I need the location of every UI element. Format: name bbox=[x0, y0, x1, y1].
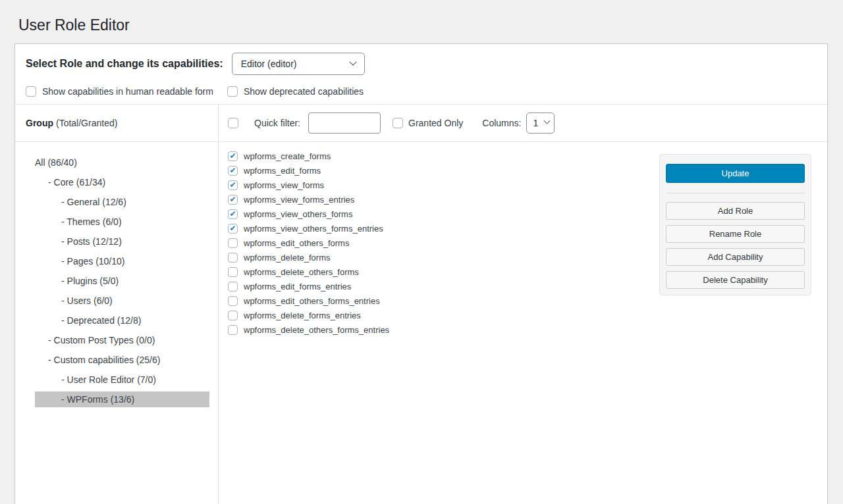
group-header-title: Group bbox=[26, 118, 53, 128]
capability-row: wpforms_delete_forms_entries bbox=[228, 311, 827, 320]
group-tree-item[interactable]: - Users (6/0) bbox=[35, 293, 209, 309]
main-row: All (86/40)- Core (61/34)- General (12/6… bbox=[15, 141, 827, 504]
role-select-value: Editor (editor) bbox=[241, 59, 297, 69]
group-tree-item[interactable]: - Plugins (5/0) bbox=[35, 273, 209, 289]
capability-name: wpforms_edit_others_forms_entries bbox=[244, 296, 380, 306]
group-tree-item[interactable]: - Custom Post Types (0/0) bbox=[35, 332, 209, 348]
capability-checkbox[interactable] bbox=[228, 209, 238, 219]
capability-name: wpforms_create_forms bbox=[244, 151, 331, 161]
capability-name: wpforms_edit_forms bbox=[244, 166, 321, 176]
granted-only-label: Granted Only bbox=[408, 118, 463, 128]
chevron-down-icon bbox=[544, 118, 551, 124]
show-deprecated-checkbox[interactable] bbox=[227, 86, 238, 97]
capability-checkbox[interactable] bbox=[228, 282, 238, 291]
capability-checkbox[interactable] bbox=[228, 238, 238, 248]
capability-name: wpforms_delete_forms_entries bbox=[244, 311, 361, 320]
update-button[interactable]: Update bbox=[666, 164, 805, 183]
user-role-editor-panel: Select Role and change its capabilities:… bbox=[14, 43, 828, 504]
group-header-note: (Total/Granted) bbox=[56, 118, 117, 128]
capability-name: wpforms_view_forms bbox=[244, 180, 324, 190]
role-section: Select Role and change its capabilities:… bbox=[15, 44, 827, 104]
capability-row: wpforms_delete_others_forms_entries bbox=[228, 325, 827, 335]
role-select[interactable]: Editor (editor) bbox=[232, 53, 365, 75]
columns-select[interactable]: 1 bbox=[526, 113, 555, 134]
capability-checkbox[interactable] bbox=[228, 195, 238, 205]
select-role-label: Select Role and change its capabilities: bbox=[26, 58, 223, 70]
capability-checkbox[interactable] bbox=[228, 224, 238, 234]
capability-checkbox[interactable] bbox=[228, 166, 238, 176]
capability-name: wpforms_delete_forms bbox=[244, 253, 331, 263]
capability-name: wpforms_edit_others_forms bbox=[244, 238, 349, 248]
capability-name: wpforms_view_others_forms_entries bbox=[244, 224, 383, 234]
capability-checkbox[interactable] bbox=[228, 325, 238, 335]
capability-row: wpforms_edit_others_forms_entries bbox=[228, 296, 827, 306]
page-title: User Role Editor bbox=[0, 0, 843, 43]
granted-only-checkbox[interactable] bbox=[393, 118, 403, 128]
chevron-down-icon bbox=[349, 58, 356, 65]
header-row: Group (Total/Granted) Quick filter: Gran… bbox=[15, 104, 827, 141]
group-tree-item[interactable]: - User Role Editor (7/0) bbox=[35, 372, 209, 388]
actions-panel: Update Add Role Rename Role Add Capabili… bbox=[659, 154, 811, 295]
human-readable-label: Show capabilities in human readable form bbox=[42, 86, 213, 97]
panel-divider bbox=[666, 193, 805, 193]
groups-tree: All (86/40)- Core (61/34)- General (12/6… bbox=[15, 142, 219, 504]
group-tree-item[interactable]: - Deprecated (12/8) bbox=[35, 313, 209, 328]
add-capability-button[interactable]: Add Capability bbox=[666, 248, 805, 266]
capability-checkbox[interactable] bbox=[228, 253, 238, 263]
capability-name: wpforms_view_others_forms bbox=[244, 209, 352, 219]
group-tree-item[interactable]: - Custom capabilities (25/6) bbox=[35, 352, 209, 368]
capability-name: wpforms_view_forms_entries bbox=[244, 195, 354, 205]
select-all-checkbox[interactable] bbox=[228, 118, 238, 128]
group-tree-item[interactable]: - Core (61/34) bbox=[35, 174, 209, 190]
group-tree-item[interactable]: All (86/40) bbox=[35, 155, 209, 170]
group-tree-item[interactable]: - Themes (6/0) bbox=[35, 214, 209, 230]
quick-filter-input[interactable] bbox=[308, 113, 381, 134]
columns-select-value: 1 bbox=[533, 118, 538, 128]
capability-checkbox[interactable] bbox=[228, 180, 238, 190]
human-readable-checkbox[interactable] bbox=[26, 86, 36, 97]
capability-checkbox[interactable] bbox=[228, 267, 238, 277]
delete-capability-button[interactable]: Delete Capability bbox=[666, 271, 805, 289]
group-column-header: Group (Total/Granted) bbox=[15, 105, 219, 141]
group-tree-item[interactable]: - Posts (12/12) bbox=[35, 234, 209, 249]
group-tree-item[interactable]: - General (12/6) bbox=[35, 194, 209, 210]
show-deprecated-label: Show deprecated capabilities bbox=[244, 86, 364, 97]
capability-name: wpforms_delete_others_forms_entries bbox=[244, 325, 389, 335]
capability-checkbox[interactable] bbox=[228, 296, 238, 306]
capability-name: wpforms_edit_forms_entries bbox=[244, 282, 351, 291]
quick-filter-label: Quick filter: bbox=[254, 118, 300, 128]
filter-bar: Quick filter: Granted Only Columns: 1 bbox=[219, 105, 827, 141]
capability-checkbox[interactable] bbox=[228, 151, 238, 161]
capability-name: wpforms_delete_others_forms bbox=[244, 267, 359, 277]
group-tree-item[interactable]: - Pages (10/10) bbox=[35, 253, 209, 269]
add-role-button[interactable]: Add Role bbox=[666, 202, 805, 220]
columns-label: Columns: bbox=[482, 118, 521, 128]
rename-role-button[interactable]: Rename Role bbox=[666, 225, 805, 243]
group-tree-item[interactable]: - WPForms (13/6) bbox=[35, 391, 209, 407]
capability-checkbox[interactable] bbox=[228, 311, 238, 320]
